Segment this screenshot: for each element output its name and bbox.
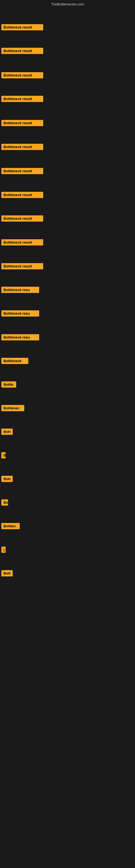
bottleneck-result-label[interactable]: Bottleneck result bbox=[1, 215, 43, 222]
list-item: Bottle bbox=[1, 380, 16, 390]
items-container: Bottleneck resultBottleneck resultBottle… bbox=[0, 7, 135, 862]
list-item: Bott bbox=[1, 474, 13, 485]
list-item: | bbox=[1, 545, 6, 555]
list-item: Bottleneck result bbox=[1, 23, 43, 33]
list-item: Bottleneck result bbox=[1, 166, 43, 177]
list-item: Bottleneck resu bbox=[1, 285, 39, 296]
list-item: Bott bbox=[1, 569, 13, 579]
bottleneck-result-label[interactable]: Bottleneck result bbox=[1, 192, 43, 198]
list-item: Bottleneck result bbox=[1, 214, 43, 224]
bottleneck-result-label[interactable]: Bottle bbox=[1, 381, 16, 388]
bottleneck-result-label[interactable]: Bottleneck resu bbox=[1, 310, 39, 316]
list-item: Bottleneck result bbox=[1, 143, 43, 152]
bottleneck-result-label[interactable]: Bo bbox=[1, 499, 8, 506]
bottleneck-result-label[interactable]: Bottleneck result bbox=[1, 239, 43, 246]
list-item: Bottleneck result bbox=[1, 238, 43, 248]
bottleneck-result-label[interactable]: Bottleneck result bbox=[1, 96, 43, 102]
list-item: Bottlen bbox=[1, 522, 20, 532]
list-item: B bbox=[1, 451, 6, 461]
list-item: Bottleneck resu bbox=[1, 333, 39, 343]
bottleneck-result-label[interactable]: Bottleneck bbox=[1, 358, 28, 364]
list-item: Bo bbox=[1, 498, 8, 508]
bottleneck-result-label[interactable]: Bottleneck result bbox=[1, 168, 43, 174]
list-item: Bottleneck bbox=[1, 356, 28, 367]
list-item: Bottlenec bbox=[1, 404, 24, 414]
bottleneck-result-label[interactable]: Bottleneck result bbox=[1, 120, 43, 126]
bottleneck-result-label[interactable]: Bottlenec bbox=[1, 405, 24, 411]
bottleneck-result-label[interactable]: Bottleneck resu bbox=[1, 334, 39, 340]
site-title: TheBottlenecker.com bbox=[51, 2, 84, 6]
list-item: Bott bbox=[1, 427, 13, 437]
bottleneck-result-label[interactable]: Bottleneck result bbox=[1, 48, 43, 54]
bottleneck-result-label[interactable]: Bottleneck result bbox=[1, 72, 43, 79]
bottleneck-result-label[interactable]: Bottleneck result bbox=[1, 24, 43, 30]
bottleneck-result-label[interactable]: B bbox=[1, 452, 6, 458]
list-item: Bottleneck result bbox=[1, 119, 43, 129]
list-item: Bottleneck result bbox=[1, 71, 43, 81]
bottleneck-result-label[interactable]: Bottleneck result bbox=[1, 144, 43, 150]
bottleneck-result-label[interactable]: Bottlen bbox=[1, 523, 20, 529]
list-item: Bottleneck result bbox=[1, 46, 43, 56]
list-item: Bottleneck result bbox=[1, 262, 43, 272]
bottleneck-result-label[interactable]: | bbox=[1, 547, 6, 553]
site-header: TheBottlenecker.com bbox=[0, 0, 135, 7]
list-item: Bottleneck resu bbox=[1, 309, 39, 319]
list-item: Bottleneck result bbox=[1, 94, 43, 104]
bottleneck-result-label[interactable]: Bottleneck result bbox=[1, 263, 43, 269]
bottleneck-result-label[interactable]: Bott bbox=[1, 429, 13, 435]
list-item: Bottleneck result bbox=[1, 190, 43, 200]
bottleneck-result-label[interactable]: Bott bbox=[1, 570, 13, 577]
bottleneck-result-label[interactable]: Bott bbox=[1, 476, 13, 482]
bottleneck-result-label[interactable]: Bottleneck resu bbox=[1, 287, 39, 293]
